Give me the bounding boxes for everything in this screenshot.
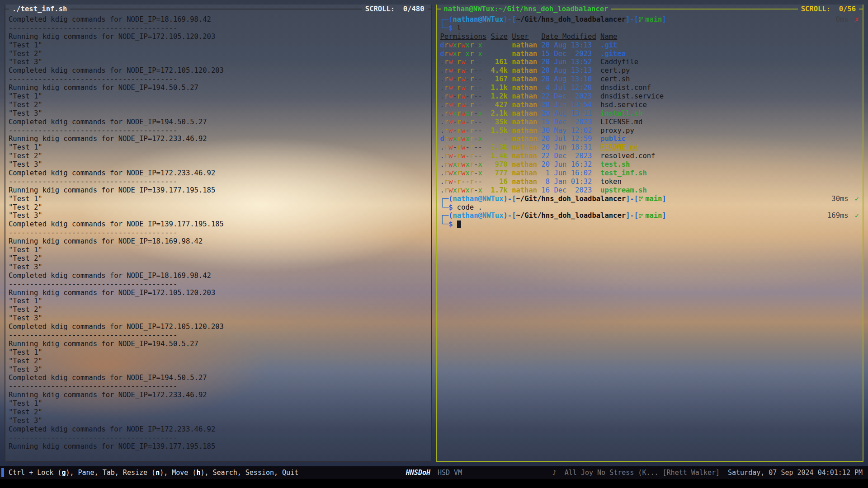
prompt-user-host: nathan@NWTux (453, 211, 504, 220)
terminal-output-line: Completed kdig commands for NODE_IP=18.1… (9, 272, 428, 280)
left-pane-scroll-indicator: SCROLL: 0/480 (362, 5, 428, 13)
file-row: .rw-rw-r--1.1knathan 4 Jul 12:20dnsdist.… (440, 84, 859, 92)
file-name: dnsdist.service (600, 92, 664, 100)
frame-line (437, 9, 441, 9)
file-owner: nathan (512, 66, 537, 75)
right-pane-body[interactable]: ┌─(nathan@NWTux)-[~/Git/hns_doh_loadbala… (437, 13, 863, 461)
file-name: cert.sh (600, 75, 630, 83)
file-date-modified: 15 Dec 2023 (541, 50, 596, 58)
file-date-modified: 20 Jun 18:31 (541, 143, 596, 152)
file-owner: nathan (512, 127, 537, 135)
terminal-output-line: "Test 2" (9, 152, 428, 160)
left-pane-body[interactable]: Completed kdig commands for NODE_IP=18.1… (5, 13, 431, 461)
file-size: 1.7k (486, 186, 508, 195)
file-row: .rw-rw-r--167nathan20 Aug 13:10cert.sh (440, 75, 859, 84)
file-permissions: .rw-rw-r-- (440, 118, 487, 127)
terminal-output-line: Completed kdig commands for NODE_IP=172.… (9, 169, 428, 178)
host-label: HSD VM (438, 469, 462, 477)
file-size: 1.4k (486, 152, 508, 160)
now-playing-text: All Joy No Stress (K... [Rhett Walker] (565, 469, 720, 477)
terminal-output-line: Running kdig commands for NODE_IP=194.50… (9, 340, 428, 348)
file-owner: nathan (512, 143, 537, 152)
file-permissions: .rwxrwxr-x (440, 160, 487, 169)
git-branch-name: main (645, 15, 662, 24)
file-name: Caddyfile (600, 58, 638, 66)
typed-command: code . (457, 203, 482, 212)
file-owner: nathan (512, 75, 537, 84)
file-date-modified: 1 Jun 16:02 (541, 169, 596, 178)
right-pane-frame-top: nathan@NWTux:~/Git/hns_doh_loadbalancer … (437, 5, 863, 13)
terminal-cursor (457, 221, 461, 228)
file-permissions: .rwxrwxr-x (440, 109, 487, 118)
terminal-output-line: Completed kdig commands for NODE_IP=194.… (9, 374, 428, 382)
file-owner: nathan (512, 92, 537, 101)
file-name: LICENSE.md (600, 118, 642, 126)
file-date-modified: 16 Dec 2023 (541, 186, 596, 195)
terminal-screen: ./test_inf.sh SCROLL: 0/480 Completed kd… (0, 0, 868, 488)
terminal-output-line: Running kdig commands for NODE_IP=172.10… (9, 33, 428, 41)
file-row: .rwxrwxr-x970nathan20 Jun 16:32test.sh (440, 160, 859, 169)
terminal-output-line: "Test 2" (9, 408, 428, 417)
file-size: 1.5k (486, 127, 508, 135)
pane-container: ./test_inf.sh SCROLL: 0/480 Completed kd… (5, 5, 863, 462)
terminal-output-line: ---------------------------------------- (9, 382, 428, 391)
file-row: .rwxrwxr-x777nathan 1 Jun 16:02test_inf.… (440, 169, 859, 178)
file-name: test_inf.sh (600, 169, 647, 177)
pane-right-shell[interactable]: nathan@NWTux:~/Git/hns_doh_loadbalancer … (436, 5, 864, 462)
terminal-output-line: Running kdig commands for NODE_IP=172.23… (9, 391, 428, 399)
file-permissions: drwxr-xr-x (440, 50, 487, 58)
exit-status-error-icon: ✗ (849, 15, 859, 24)
terminal-output-line: "Test 3" (9, 263, 428, 272)
file-permissions: .rw-rw-r-- (440, 101, 487, 109)
right-pane-title: nathan@NWTux:~/Git/hns_doh_loadbalancer (441, 5, 612, 13)
file-date-modified: 22 Dec 2023 (541, 92, 596, 101)
terminal-output-line: "Test 3" (9, 366, 428, 374)
prompt-command-line: └─$ l (440, 24, 859, 33)
file-permissions: drwxrwxr-x (440, 135, 487, 143)
session-name: HNSDoH (406, 469, 430, 477)
prompt-path: ~/Git/hns_doh_loadbalancer (516, 211, 626, 220)
pane-left-test-script[interactable]: ./test_inf.sh SCROLL: 0/480 Completed kd… (5, 5, 432, 462)
file-name: proxy.py (600, 127, 634, 135)
file-date-modified: 20 Jun 13:54 (541, 101, 596, 109)
file-permissions: .rw-rw-r-- (440, 127, 487, 135)
terminal-output-line: Running kdig commands for NODE_IP=18.169… (9, 237, 428, 246)
shortcut-key: n (156, 469, 160, 477)
file-name: resolved.conf (600, 152, 655, 160)
file-size: - (486, 50, 508, 58)
file-owner: nathan (512, 135, 537, 143)
file-date-modified: 15 Dec 2023 (541, 118, 596, 127)
file-size: 970 (486, 160, 508, 169)
now-playing: ♪ All Joy No Stress (K... [Rhett Walker] (552, 469, 720, 477)
terminal-output-line: Completed kdig commands for NODE_IP=172.… (9, 66, 428, 75)
file-owner: nathan (512, 50, 537, 58)
prompt-header-line: ┌─(nathan@NWTux)-[~/Git/hns_doh_loadbala… (440, 195, 859, 203)
terminal-output-line: "Test 2" (9, 50, 428, 58)
terminal-output-line: "Test 2" (9, 305, 428, 314)
terminal-output-line: Completed kdig commands for NODE_IP=172.… (9, 425, 428, 434)
file-row: .rw-rw-r--1.4knathan22 Dec 2023resolved.… (440, 152, 859, 160)
file-permissions: .rw-rw-r-- (440, 92, 487, 101)
terminal-output-line: ---------------------------------------- (9, 24, 428, 33)
file-date-modified: 20 Jul 12:59 (541, 135, 596, 143)
status-bar: Ctrl + Lock (g), Pane, Tab, Resize (n), … (0, 466, 868, 479)
prompt-header-line: ┌─(nathan@NWTux)-[~/Git/hns_doh_loadbala… (440, 15, 859, 24)
terminal-output-line: "Test 2" (9, 254, 428, 263)
file-date-modified: 20 Aug 13:13 (541, 66, 596, 75)
file-date-modified: 20 Aug 13:13 (541, 41, 596, 50)
file-date-modified: 4 Jul 12:20 (541, 84, 596, 92)
file-size: - (486, 41, 508, 50)
file-name: README.md (600, 143, 638, 151)
file-owner: nathan (512, 101, 537, 109)
file-owner: nathan (512, 160, 537, 169)
file-date-modified: 30 May 12:02 (541, 127, 596, 135)
file-permissions: .rwxrwxr-x (440, 169, 487, 178)
listing-header-row: PermissionsSizeUserDate ModifiedName (440, 33, 859, 41)
file-date-modified: 20 Jun 13:52 (541, 58, 596, 66)
file-row: .rw-rw-r--4.4knathan20 Aug 13:13cert.py (440, 66, 859, 75)
file-permissions: .rw-rw-r-- (440, 84, 487, 92)
status-right-section: ♪ All Joy No Stress (K... [Rhett Walker]… (552, 469, 868, 477)
prompt-command-line[interactable]: └─$ (440, 220, 859, 229)
file-name: dnsdist.conf (600, 84, 651, 92)
file-row: .rwxrwxr-x1.7knathan16 Dec 2023upstream.… (440, 186, 859, 195)
